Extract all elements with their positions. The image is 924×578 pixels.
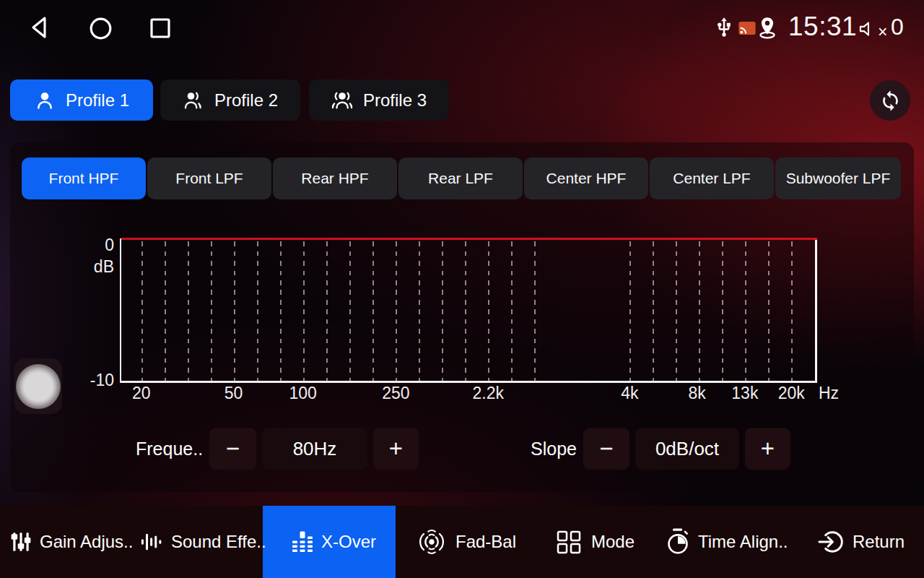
person-wave-icon xyxy=(183,90,204,111)
return-icon xyxy=(818,529,845,555)
y-axis-unit: dB xyxy=(85,257,114,277)
plus-glyph: + xyxy=(761,435,775,462)
nav-item-label: Fad-Bal xyxy=(456,532,516,552)
chart-gridline xyxy=(349,241,351,381)
tab-rear-hpf[interactable]: Rear HPF xyxy=(273,158,397,199)
nav-item-fad-bal[interactable]: Fad-Bal xyxy=(416,506,516,578)
chart-gridline xyxy=(234,241,235,381)
home-icon[interactable] xyxy=(89,17,113,40)
chart-gridline xyxy=(488,241,489,381)
slope-label: Slope xyxy=(531,428,577,470)
chart-x-ticks: 20501002502.2k4k8k13k20k xyxy=(120,384,814,405)
tab-subwoofer-lpf[interactable]: Subwoofer LPF xyxy=(775,158,901,199)
slope-minus-button[interactable]: − xyxy=(583,428,629,470)
cast-icon xyxy=(738,21,757,36)
chart-gridline xyxy=(722,241,723,381)
y-tick-minus10: -10 xyxy=(85,371,114,390)
xover-icon xyxy=(292,530,313,553)
volume-level: 0 xyxy=(891,14,904,40)
bottom-nav-bar: Gain Adjus.. Sound Effe.. xyxy=(0,506,924,578)
plus-glyph: + xyxy=(389,435,403,462)
nav-item-label: Mode xyxy=(591,532,635,552)
x-tick-label: 2.2k xyxy=(473,384,504,403)
tab-label: Front LPF xyxy=(175,170,243,187)
chart-gridline xyxy=(211,241,212,381)
frequency-value: 80Hz xyxy=(262,428,367,470)
minus-glyph: − xyxy=(599,435,613,462)
chart-gridline xyxy=(534,241,536,381)
back-icon[interactable] xyxy=(29,15,52,40)
chart-gridline xyxy=(141,241,143,381)
chart-gridline xyxy=(791,241,793,381)
recents-icon[interactable] xyxy=(149,17,171,39)
chart-gridlines xyxy=(121,238,815,381)
x-tick-label: 100 xyxy=(289,384,317,403)
frequency-plus-button[interactable]: + xyxy=(373,428,419,470)
tab-rear-lpf[interactable]: Rear LPF xyxy=(398,158,523,199)
floating-knob-widget[interactable] xyxy=(14,358,62,414)
slope-value-text: 0dB/oct xyxy=(655,438,719,460)
response-curve xyxy=(121,238,817,240)
x-tick-label: 50 xyxy=(225,384,243,403)
tab-label: Front HPF xyxy=(49,170,119,187)
nav-item-gain-adjust[interactable]: Gain Adjus.. xyxy=(10,506,133,578)
frequency-value-text: 80Hz xyxy=(293,438,337,460)
nav-item-return[interactable]: Return xyxy=(818,506,905,578)
status-clock: 15:31 xyxy=(788,12,857,42)
chart-gridline xyxy=(372,241,374,381)
chart-gridline xyxy=(188,241,189,381)
chart-gridline xyxy=(396,241,397,381)
tab-center-lpf[interactable]: Center LPF xyxy=(650,158,774,199)
knob-icon xyxy=(16,364,61,409)
x-tick-label: 250 xyxy=(382,384,409,403)
x-tick-label: 13k xyxy=(731,384,758,403)
crossover-chart[interactable] xyxy=(120,238,817,383)
slope-value: 0dB/oct xyxy=(635,428,739,470)
profile-tab-3[interactable]: Profile 3 xyxy=(309,79,449,121)
x-tick-label: 20k xyxy=(778,384,805,403)
frequency-minus-button[interactable]: − xyxy=(209,428,256,470)
mode-icon xyxy=(554,527,583,556)
nav-item-label: Time Align.. xyxy=(698,532,788,552)
chart-gridline xyxy=(676,241,677,381)
nav-item-time-align[interactable]: Time Align.. xyxy=(666,506,788,578)
location-icon xyxy=(757,15,778,40)
x-tick-label: 20 xyxy=(132,384,151,403)
tab-label: Subwoofer LPF xyxy=(786,170,891,187)
volume-times-glyph: × xyxy=(878,22,887,42)
tab-front-hpf[interactable]: Front HPF xyxy=(22,158,146,199)
nav-item-mode[interactable]: Mode xyxy=(554,506,635,578)
chart-gridline xyxy=(419,241,420,381)
person-icon xyxy=(34,90,56,111)
person-waves-icon xyxy=(331,90,353,111)
nav-item-xover[interactable]: X-Over xyxy=(292,506,376,578)
x-tick-label: 4k xyxy=(621,384,638,403)
profile-tab-1[interactable]: Profile 1 xyxy=(10,79,153,121)
chart-gridline xyxy=(768,241,770,381)
chart-gridline xyxy=(511,241,513,381)
tab-center-hpf[interactable]: Center HPF xyxy=(524,158,648,199)
minus-glyph: − xyxy=(226,435,240,462)
tab-label: Rear HPF xyxy=(301,170,368,187)
chart-gridline xyxy=(303,241,305,381)
chart-gridline xyxy=(629,241,631,381)
tab-label: Rear LPF xyxy=(428,170,493,187)
tab-front-lpf[interactable]: Front LPF xyxy=(147,158,271,199)
chart-gridline xyxy=(442,241,443,381)
chart-gridline xyxy=(653,241,654,381)
chart-gridline xyxy=(165,241,166,381)
refresh-button[interactable] xyxy=(870,80,910,121)
chart-gridline xyxy=(326,241,328,381)
nav-item-label: Gain Adjus.. xyxy=(40,532,133,552)
y-tick-0: 0 xyxy=(85,236,114,255)
profile-tab-2[interactable]: Profile 2 xyxy=(160,79,300,121)
tab-label: Center LPF xyxy=(673,170,750,187)
x-tick-label: 8k xyxy=(688,384,705,403)
volume-muted-icon xyxy=(858,19,877,39)
refresh-icon xyxy=(879,90,902,112)
nav-item-sound-effects[interactable]: Sound Effe.. xyxy=(140,506,266,578)
tab-label: Center HPF xyxy=(546,170,627,187)
chart-gridline xyxy=(745,241,746,381)
frequency-label: Freque.. xyxy=(136,428,203,470)
slope-plus-button[interactable]: + xyxy=(745,428,790,470)
